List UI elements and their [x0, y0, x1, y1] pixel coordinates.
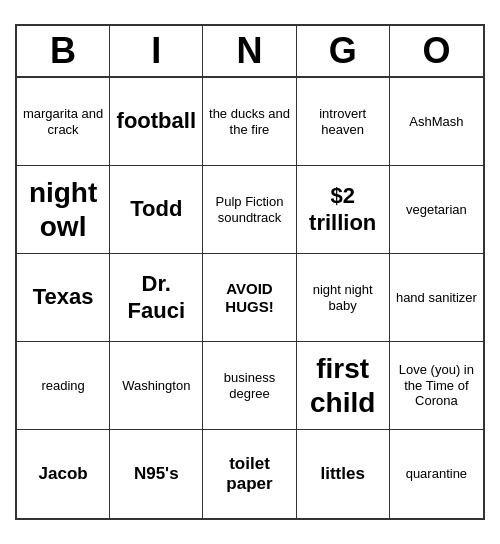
cell-text: night night baby: [301, 282, 385, 313]
cell-text: AVOID HUGS!: [207, 280, 291, 316]
bingo-cell: vegetarian: [390, 166, 483, 254]
bingo-cell: $2 trillion: [297, 166, 390, 254]
bingo-cell: Todd: [110, 166, 203, 254]
bingo-cell: night night baby: [297, 254, 390, 342]
bingo-cell: Dr. Fauci: [110, 254, 203, 342]
cell-text: Texas: [33, 284, 94, 310]
cell-text: business degree: [207, 370, 291, 401]
cell-text: introvert heaven: [301, 106, 385, 137]
cell-text: Dr. Fauci: [114, 271, 198, 324]
header-letter: O: [390, 26, 483, 76]
header-letter: B: [17, 26, 110, 76]
cell-text: Love (you) in the Time of Corona: [394, 362, 479, 409]
cell-text: football: [117, 108, 196, 134]
bingo-cell: margarita and crack: [17, 78, 110, 166]
cell-text: Todd: [130, 196, 182, 222]
cell-text: vegetarian: [406, 202, 467, 218]
header-letter: G: [297, 26, 390, 76]
bingo-cell: AVOID HUGS!: [203, 254, 296, 342]
cell-text: Jacob: [39, 464, 88, 484]
bingo-cell: night owl: [17, 166, 110, 254]
cell-text: the ducks and the fire: [207, 106, 291, 137]
bingo-cell: introvert heaven: [297, 78, 390, 166]
bingo-cell: reading: [17, 342, 110, 430]
cell-text: Pulp Fiction soundtrack: [207, 194, 291, 225]
bingo-cell: toilet paper: [203, 430, 296, 518]
bingo-cell: AshMash: [390, 78, 483, 166]
cell-text: quarantine: [406, 466, 467, 482]
bingo-cell: littles: [297, 430, 390, 518]
cell-text: littles: [320, 464, 364, 484]
bingo-grid: margarita and crackfootballthe ducks and…: [17, 78, 483, 518]
bingo-cell: Love (you) in the Time of Corona: [390, 342, 483, 430]
bingo-cell: Pulp Fiction soundtrack: [203, 166, 296, 254]
cell-text: night owl: [21, 176, 105, 243]
bingo-cell: Washington: [110, 342, 203, 430]
bingo-cell: first child: [297, 342, 390, 430]
bingo-cell: Texas: [17, 254, 110, 342]
cell-text: first child: [301, 352, 385, 419]
bingo-card: BINGO margarita and crackfootballthe duc…: [15, 24, 485, 520]
cell-text: margarita and crack: [21, 106, 105, 137]
cell-text: N95's: [134, 464, 179, 484]
bingo-cell: N95's: [110, 430, 203, 518]
bingo-cell: football: [110, 78, 203, 166]
cell-text: hand sanitizer: [396, 290, 477, 306]
bingo-header: BINGO: [17, 26, 483, 78]
header-letter: I: [110, 26, 203, 76]
bingo-cell: business degree: [203, 342, 296, 430]
cell-text: toilet paper: [207, 454, 291, 495]
bingo-cell: quarantine: [390, 430, 483, 518]
cell-text: Washington: [122, 378, 190, 394]
bingo-cell: Jacob: [17, 430, 110, 518]
cell-text: $2 trillion: [301, 183, 385, 236]
bingo-cell: the ducks and the fire: [203, 78, 296, 166]
cell-text: AshMash: [409, 114, 463, 130]
header-letter: N: [203, 26, 296, 76]
bingo-cell: hand sanitizer: [390, 254, 483, 342]
cell-text: reading: [41, 378, 84, 394]
